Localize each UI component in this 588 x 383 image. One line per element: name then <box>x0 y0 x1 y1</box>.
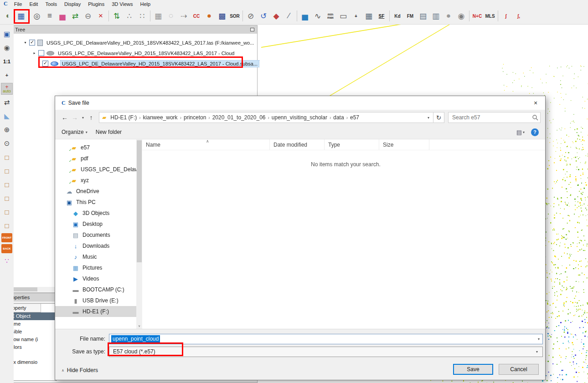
zoom-1-1-icon[interactable]: 1:1 <box>1 56 13 67</box>
view-bottom-icon[interactable]: □ <box>1 165 13 177</box>
octree-icon[interactable]: ∴ <box>123 10 136 22</box>
swap-views-icon[interactable]: ⇄ <box>1 97 13 108</box>
front-view-cube[interactable]: FRONT <box>1 233 12 242</box>
history-caret-icon[interactable]: ▾ <box>80 116 86 120</box>
back-icon[interactable]: ← <box>60 114 70 121</box>
visibility-checkbox[interactable] <box>29 40 35 46</box>
db-tree-item[interactable]: ▾USGS_LPC_DE_DelawareValley_HD_2015_18SV… <box>4 37 257 48</box>
expander-icon[interactable]: ▸ <box>31 51 37 55</box>
refresh-icon[interactable]: ↻ <box>433 112 444 123</box>
checker-icon[interactable]: ▩ <box>216 10 228 22</box>
export-cloud-icon[interactable]: ▤ <box>417 10 429 22</box>
view-options-button[interactable]: ▤ ▾ <box>516 129 525 136</box>
rgb-histogram-icon[interactable]: ▅ <box>299 10 311 22</box>
chevron-down-icon[interactable]: ▾ <box>536 350 539 354</box>
screenshot-camera-icon[interactable]: ◉ <box>1 42 13 54</box>
menu-item-3d-views[interactable]: 3D Views <box>108 1 136 7</box>
globe-icon[interactable]: ◉ <box>455 10 468 22</box>
breadcrumb-item[interactable]: HD-E1 (F:) <box>108 113 139 122</box>
organize-button[interactable]: Organize ▾ <box>62 129 88 135</box>
breadcrumb-item[interactable]: 2020_01_to_2020_06 <box>210 113 268 122</box>
menu-item-tools[interactable]: Tools <box>41 1 61 7</box>
sidebar-item-documents[interactable]: ▤Documents <box>55 230 136 240</box>
menu-item-help[interactable]: Help <box>136 1 154 7</box>
subtract-icon[interactable]: ⊖ <box>82 10 94 22</box>
zoom-fit-icon[interactable]: ◎ <box>31 10 43 22</box>
open-icon[interactable]: ◐ <box>2 10 15 22</box>
sidebar-item-pdf[interactable]: ▰✓pdf <box>55 153 136 164</box>
normals-colors-icon[interactable]: N+C <box>471 10 484 22</box>
mls-icon[interactable]: MLS <box>484 10 496 22</box>
float-panel-icon[interactable] <box>250 28 254 31</box>
fit-tool-icon[interactable]: ∕ <box>283 10 295 22</box>
sidebar-item-this-pc[interactable]: ▣This PC <box>55 197 136 208</box>
delete-icon[interactable]: × <box>94 10 107 22</box>
menu-item-display[interactable]: Display <box>61 1 84 7</box>
sidebar-item-usgs-lpc-de-delaware[interactable]: ▰✓USGS_LPC_DE_Delaware <box>55 164 136 175</box>
raster-grid-icon[interactable]: ▦ <box>152 10 165 22</box>
sidebar-item-desktop[interactable]: ▣Desktop <box>55 219 136 230</box>
export-info-icon[interactable]: ▥ <box>429 10 442 22</box>
translate-rotate-icon[interactable]: ↺ <box>257 10 270 22</box>
db-tree-item[interactable]: USGS_LPC_DE_DelawareValley_HD_2015_18SVK… <box>4 58 257 69</box>
breadcrumb-item[interactable]: upenn_visiting_scholar <box>269 113 330 122</box>
smooth-icon[interactable]: ʃ <box>500 10 512 22</box>
view-right-icon[interactable]: □ <box>1 192 13 204</box>
sidebar-item-usb-drive-e-[interactable]: ▮USB Drive (E:) <box>55 295 136 306</box>
view-top-icon[interactable]: □ <box>1 151 13 163</box>
visibility-checkbox[interactable] <box>42 61 48 66</box>
sidebar-item-onedrive[interactable]: ☁OneDrive <box>55 186 136 197</box>
gauge-icon[interactable]: ▭ <box>337 10 350 22</box>
forward-icon[interactable]: → <box>70 114 80 121</box>
kd-tree-icon[interactable]: Kd <box>391 10 404 22</box>
save-as-type-select[interactable]: E57 cloud (*.e57) ▾ <box>109 347 543 357</box>
close-icon[interactable]: × <box>526 97 545 109</box>
sidebar-item-downloads[interactable]: ↓Downloads <box>55 240 136 251</box>
save-icon[interactable]: ▦ <box>15 10 27 22</box>
dialog-title-bar[interactable]: C Save file <box>55 96 545 110</box>
address-bar[interactable]: ▰ HD-E1 (F:)›kianwee_work›princeton›2020… <box>99 112 433 123</box>
expander-icon[interactable]: ▾ <box>22 41 28 45</box>
address-dropdown-icon[interactable]: ▾ <box>424 116 433 120</box>
smooth-dots-icon[interactable]: ʃ, <box>512 10 525 22</box>
help-icon[interactable]: ? <box>531 128 539 136</box>
sidebar-item-e57[interactable]: ▰✓e57 <box>55 142 136 153</box>
plot-icon[interactable]: ∿ <box>311 10 324 22</box>
db-tree-item[interactable]: ▸USGS_LPC_DE_DelawareValley_HD_2015_18SV… <box>4 48 257 58</box>
sidebar-item-hd-e1-f-[interactable]: ▬HD-E1 (F:) <box>55 306 136 317</box>
segment-icon[interactable]: ⊘ <box>244 10 257 22</box>
sail-icon[interactable]: ◣ <box>1 110 13 122</box>
view-front-icon[interactable]: □ <box>1 206 13 218</box>
merge-icon[interactable]: ⇄ <box>69 10 82 22</box>
column-header-type[interactable]: Type <box>325 139 379 150</box>
breadcrumb-item[interactable]: princeton <box>181 113 208 122</box>
auto-pick-icon[interactable]: +auto <box>1 83 13 95</box>
file-name-input[interactable]: upenn_point_cloud ▾ <box>109 334 543 344</box>
crosshair-icon[interactable]: + <box>1 69 13 81</box>
search-input[interactable] <box>452 114 532 121</box>
visibility-checkbox[interactable] <box>38 50 44 56</box>
cancel-button[interactable]: Cancel <box>499 364 539 375</box>
gl-window-icon[interactable]: ▣ <box>1 28 13 40</box>
pivot-center-icon[interactable]: ⊕ <box>1 124 13 136</box>
sidebar-scrollbar[interactable]: ∨ <box>136 139 142 329</box>
fm-icon[interactable]: FM <box>404 10 417 22</box>
sidebar-item-music[interactable]: ♪Music <box>55 251 136 262</box>
column-header-size[interactable]: Size <box>379 139 429 150</box>
subsample-icon[interactable]: ∷ <box>136 10 149 22</box>
sidebar-item-bootcamp-c-[interactable]: ▬BOOTCAMP (C:) <box>55 284 136 295</box>
menu-item-file[interactable]: File <box>10 1 26 7</box>
sidebar-item-3d-objects[interactable]: ◆3D Objects <box>55 208 136 219</box>
new-folder-button[interactable]: New folder <box>96 129 122 135</box>
menu-item-edit[interactable]: Edit <box>26 1 41 7</box>
calculator-icon[interactable]: ▦ <box>362 10 375 22</box>
chevron-down-icon[interactable]: ▾ <box>538 337 541 341</box>
interpolate-icon[interactable]: ⇢ <box>177 10 190 22</box>
sor-filter-icon[interactable]: SOR <box>228 10 241 22</box>
scroll-down-icon[interactable]: ∨ <box>136 323 142 329</box>
breadcrumb-item[interactable]: data <box>331 113 346 122</box>
mesh-sample-icon[interactable]: ● <box>203 10 216 22</box>
sidebar-item-xyz[interactable]: ▰✓xyz <box>55 175 136 186</box>
magnifier-icon[interactable]: ⊙ <box>1 138 13 149</box>
view-left-icon[interactable]: □ <box>1 179 13 190</box>
